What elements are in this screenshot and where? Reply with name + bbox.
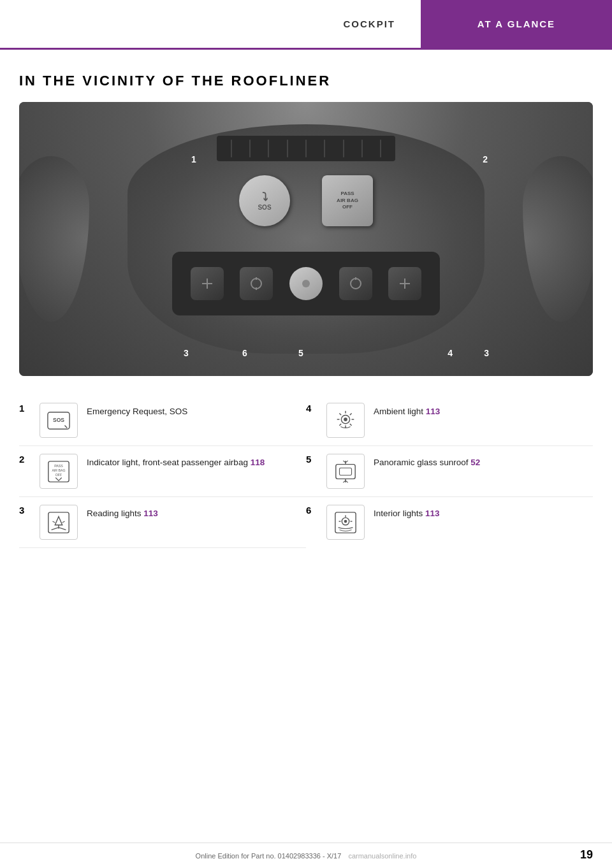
- svg-text:OFF: OFF: [55, 472, 62, 476]
- top-vent: [217, 136, 395, 161]
- vent-line: [361, 140, 363, 157]
- svg-point-9: [344, 417, 347, 421]
- item-text-3: Reading lights 113: [87, 505, 300, 520]
- ctrl-icon-1: [198, 275, 216, 293]
- img-label-3b: 3: [484, 348, 489, 358]
- item-icon-5: [326, 454, 365, 489]
- ctrl-icon-3: [347, 275, 365, 293]
- img-label-2: 2: [483, 154, 488, 164]
- item-number-5: 5: [306, 454, 317, 465]
- svg-line-29: [62, 521, 65, 523]
- svg-line-15: [350, 423, 352, 425]
- vent-line: [268, 140, 269, 157]
- ctrl-btn-4: [388, 267, 421, 300]
- lower-controls: [172, 252, 440, 315]
- svg-text:AIR BAG: AIR BAG: [52, 468, 65, 472]
- page-title: IN THE VICINITY OF THE ROOFLINER: [19, 73, 593, 89]
- item-row-3: 3 Reading lights 113: [19, 497, 306, 548]
- ctrl-icon-4: [396, 275, 414, 293]
- vent-line: [324, 140, 325, 157]
- item-text-5: Panoramic glass sunroof 52: [374, 454, 586, 469]
- item-number-3: 3: [19, 505, 31, 516]
- reading-light-icon: [47, 510, 71, 535]
- page-title-area: IN THE VICINITY OF THE ROOFLINER: [0, 50, 612, 102]
- svg-line-28: [53, 521, 55, 523]
- svg-text:SOS: SOS: [53, 416, 64, 423]
- header-right: AT A GLANCE: [421, 0, 612, 48]
- item-number-2: 2: [19, 454, 31, 465]
- item-row-5: 5 Panoramic glass sunroof 52: [306, 446, 593, 497]
- item-row-1: 1 SOS Emergency Request, SOS: [19, 395, 306, 446]
- item-text-2: Indicator light, front-seat passenger ai…: [87, 454, 300, 469]
- pass-airbag-button-image: PASSAIR BAGOFF: [322, 175, 373, 226]
- center-panel: ⤵ SOS PASSAIR BAGOFF: [127, 124, 484, 354]
- items-grid: 1 SOS Emergency Request, SOS 4: [19, 395, 593, 561]
- svg-point-32: [344, 519, 347, 523]
- buttons-row: ⤵ SOS PASSAIR BAGOFF: [239, 175, 373, 226]
- item-row-4: 4 Ambient light 113: [306, 395, 593, 446]
- item-number-4: 4: [306, 403, 317, 414]
- page-header: COCKPIT AT A GLANCE: [0, 0, 612, 50]
- svg-point-4: [351, 278, 361, 289]
- svg-line-17: [339, 423, 341, 425]
- sos-arrow-icon: ⤵: [262, 191, 268, 204]
- vent-line: [343, 140, 344, 157]
- vent-line: [231, 140, 232, 157]
- ctrl-icon-2: [247, 275, 265, 293]
- ctrl-btn-3: [339, 267, 372, 300]
- ctrl-btn-center: [289, 267, 323, 300]
- header-left: COCKPIT: [0, 0, 421, 48]
- item-icon-2: PASS AIR BAG OFF: [40, 454, 78, 489]
- ctrl-btn-2: [240, 267, 273, 300]
- ctrl-icon-center: [297, 275, 315, 293]
- img-label-1: 1: [191, 154, 196, 164]
- item-icon-6: [326, 505, 365, 540]
- item-icon-4: [326, 403, 365, 438]
- page-footer: Online Edition for Part no. 01402983336 …: [0, 843, 612, 868]
- sos-icon: SOS: [47, 409, 71, 433]
- sos-text: SOS: [258, 204, 271, 211]
- cockpit-label: COCKPIT: [344, 18, 396, 29]
- svg-line-16: [350, 413, 352, 415]
- img-label-4: 4: [448, 348, 453, 358]
- svg-line-14: [339, 413, 341, 415]
- svg-text:PASS: PASS: [54, 464, 63, 468]
- footer-text: Online Edition for Part no. 01402983336 …: [196, 852, 417, 860]
- svg-point-0: [251, 278, 261, 289]
- sos-button-image: ⤵ SOS: [239, 175, 290, 226]
- img-label-3a: 3: [184, 348, 189, 358]
- vent-line: [287, 140, 288, 157]
- vent-line: [249, 140, 251, 157]
- img-label-6: 6: [242, 348, 247, 358]
- item-text-1: Emergency Request, SOS: [87, 403, 300, 418]
- item-row-2: 2 PASS AIR BAG OFF Indicator light, fron…: [19, 446, 306, 497]
- svg-point-3: [302, 280, 310, 287]
- vent-line: [380, 140, 381, 157]
- interior-light-icon: [333, 510, 358, 535]
- item-icon-3: [40, 505, 78, 540]
- item-text-4: Ambient light 113: [374, 403, 586, 418]
- svg-rect-23: [340, 468, 352, 475]
- watermark: carmanualsonline.info: [348, 852, 416, 860]
- item-icon-1: SOS: [40, 403, 78, 438]
- img-label-5: 5: [298, 348, 303, 358]
- svg-rect-22: [336, 464, 355, 479]
- roofliner-image: ⤵ SOS PASSAIR BAGOFF: [19, 102, 593, 376]
- item-text-6: Interior lights 113: [374, 505, 586, 520]
- pass-label: PASSAIR BAGOFF: [337, 191, 358, 210]
- item-number-6: 6: [306, 505, 317, 516]
- page-number: 19: [580, 848, 593, 862]
- item-number-1: 1: [19, 403, 31, 414]
- item-row-6: 6 Interior lights 113: [306, 497, 593, 548]
- pass-airbag-icon: PASS AIR BAG OFF: [47, 459, 71, 484]
- sunroof-icon: [333, 459, 358, 484]
- ambient-light-icon: [333, 409, 358, 433]
- at-glance-label: AT A GLANCE: [477, 18, 555, 29]
- vent-line: [305, 140, 307, 157]
- ctrl-btn-1: [191, 267, 224, 300]
